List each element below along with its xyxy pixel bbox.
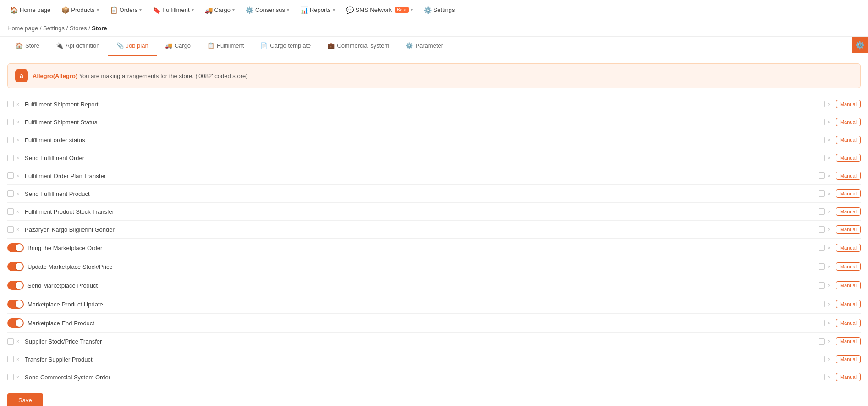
tab-parameter[interactable]: ⚙️ Parameter	[397, 37, 451, 56]
save-button[interactable]: Save	[7, 393, 43, 406]
job-checkbox[interactable]	[7, 190, 14, 197]
job-right-checkbox[interactable]	[819, 119, 825, 125]
manual-badge[interactable]: Manual	[836, 355, 861, 363]
job-toggle[interactable]	[7, 262, 24, 271]
job-toggle[interactable]	[7, 243, 24, 252]
breadcrumb-stores[interactable]: Stores	[70, 25, 87, 32]
job-checkbox[interactable]	[7, 338, 14, 345]
job-close-icon[interactable]: ×	[15, 356, 21, 362]
nav-settings[interactable]: ⚙️ Settings	[419, 4, 460, 17]
job-right-checkbox[interactable]	[819, 338, 825, 345]
job-right-close-icon[interactable]: ×	[826, 119, 832, 125]
manual-badge[interactable]: Manual	[836, 136, 861, 144]
job-checkbox[interactable]	[7, 356, 14, 362]
job-right-checkbox[interactable]	[819, 226, 825, 233]
tab-api-definition[interactable]: 🔌 Api definition	[48, 37, 108, 56]
manual-badge[interactable]: Manual	[836, 373, 861, 381]
job-right-close-icon[interactable]: ×	[826, 301, 832, 307]
tab-job-plan[interactable]: 📎 Job plan	[108, 37, 157, 56]
settings-gear-button[interactable]: ⚙️	[852, 37, 868, 53]
job-close-icon[interactable]: ×	[15, 338, 21, 345]
job-right-checkbox[interactable]	[819, 263, 825, 270]
manual-badge[interactable]: Manual	[836, 262, 861, 271]
manual-badge[interactable]: Manual	[836, 207, 861, 216]
manual-badge[interactable]: Manual	[836, 118, 861, 126]
manual-badge[interactable]: Manual	[836, 154, 861, 162]
nav-sms-network[interactable]: 💬 SMS Network Beta ▾	[341, 4, 418, 17]
job-checkbox[interactable]	[7, 119, 14, 125]
manual-badge[interactable]: Manual	[836, 189, 861, 198]
job-close-icon[interactable]: ×	[15, 172, 21, 179]
nav-products[interactable]: 📦 Products ▾	[57, 4, 103, 17]
job-right-checkbox[interactable]	[819, 137, 825, 143]
nav-reports[interactable]: 📊 Reports ▾	[296, 4, 340, 17]
job-right-close-icon[interactable]: ×	[826, 190, 832, 197]
manual-badge[interactable]: Manual	[836, 319, 861, 327]
cargo-tab-icon: 🚚	[165, 42, 172, 49]
manual-badge[interactable]: Manual	[836, 337, 861, 345]
job-right-close-icon[interactable]: ×	[826, 208, 832, 215]
job-checkbox[interactable]	[7, 155, 14, 161]
job-right-checkbox[interactable]	[819, 208, 825, 215]
job-toggle[interactable]	[7, 300, 24, 309]
tab-store[interactable]: 🏠 Store	[7, 37, 48, 56]
job-close-icon[interactable]: ×	[15, 226, 21, 233]
job-right-checkbox[interactable]	[819, 374, 825, 380]
tab-cargo-template[interactable]: 📄 Cargo template	[252, 37, 319, 56]
job-right-checkbox[interactable]	[819, 282, 825, 289]
job-right-checkbox[interactable]	[819, 155, 825, 161]
job-checkbox[interactable]	[7, 208, 14, 215]
job-right-close-icon[interactable]: ×	[826, 137, 832, 143]
job-right-close-icon[interactable]: ×	[826, 172, 832, 179]
job-checkbox[interactable]	[7, 226, 14, 233]
manual-badge[interactable]: Manual	[836, 225, 861, 234]
tab-commercial-system[interactable]: 💼 Commercial system	[319, 37, 397, 56]
job-close-icon[interactable]: ×	[15, 137, 21, 143]
manual-badge[interactable]: Manual	[836, 300, 861, 308]
job-right-checkbox[interactable]	[819, 101, 825, 107]
job-close-icon[interactable]: ×	[15, 374, 21, 380]
job-close-icon[interactable]: ×	[15, 155, 21, 161]
job-checkbox[interactable]	[7, 172, 14, 179]
job-right-close-icon[interactable]: ×	[826, 338, 832, 345]
job-toggle[interactable]	[7, 281, 24, 290]
nav-home[interactable]: 🏠 Home page	[5, 4, 55, 17]
job-right-checkbox[interactable]	[819, 301, 825, 307]
job-row: Update Marketplace Stock/Price×Manual	[7, 257, 861, 276]
breadcrumb-settings[interactable]: Settings	[43, 25, 65, 32]
manual-badge[interactable]: Manual	[836, 172, 861, 180]
manual-badge[interactable]: Manual	[836, 281, 861, 289]
job-right-close-icon[interactable]: ×	[826, 356, 832, 362]
job-right-close-icon[interactable]: ×	[826, 374, 832, 380]
nav-orders[interactable]: 📋 Orders ▾	[105, 4, 147, 17]
nav-fulfillment[interactable]: 🔖 Fulfillment ▾	[148, 4, 198, 17]
job-right-checkbox[interactable]	[819, 320, 825, 326]
job-checkbox[interactable]	[7, 101, 14, 107]
job-right-close-icon[interactable]: ×	[826, 245, 832, 251]
job-checkbox[interactable]	[7, 137, 14, 143]
job-right-check-pair: ×	[819, 226, 832, 233]
job-checkbox[interactable]	[7, 374, 14, 380]
job-right-checkbox[interactable]	[819, 356, 825, 362]
job-right-close-icon[interactable]: ×	[826, 263, 832, 270]
job-close-icon[interactable]: ×	[15, 119, 21, 125]
nav-consensus[interactable]: ⚙️ Consensus ▾	[241, 4, 294, 17]
job-right-checkbox[interactable]	[819, 190, 825, 197]
breadcrumb-home[interactable]: Home page	[7, 25, 38, 32]
nav-cargo[interactable]: 🚚 Cargo ▾	[200, 4, 239, 17]
manual-badge[interactable]: Manual	[836, 244, 861, 252]
manual-badge[interactable]: Manual	[836, 100, 861, 108]
job-close-icon[interactable]: ×	[15, 190, 21, 197]
job-right-close-icon[interactable]: ×	[826, 101, 832, 107]
job-right-checkbox[interactable]	[819, 172, 825, 179]
job-close-icon[interactable]: ×	[15, 101, 21, 107]
job-close-icon[interactable]: ×	[15, 208, 21, 215]
job-right-close-icon[interactable]: ×	[826, 320, 832, 326]
tab-cargo[interactable]: 🚚 Cargo	[157, 37, 199, 56]
job-right-close-icon[interactable]: ×	[826, 155, 832, 161]
job-right-checkbox[interactable]	[819, 245, 825, 251]
tab-fulfillment[interactable]: 📋 Fulfillment	[199, 37, 252, 56]
job-right-close-icon[interactable]: ×	[826, 226, 832, 233]
job-right-close-icon[interactable]: ×	[826, 282, 832, 289]
job-toggle[interactable]	[7, 318, 24, 328]
